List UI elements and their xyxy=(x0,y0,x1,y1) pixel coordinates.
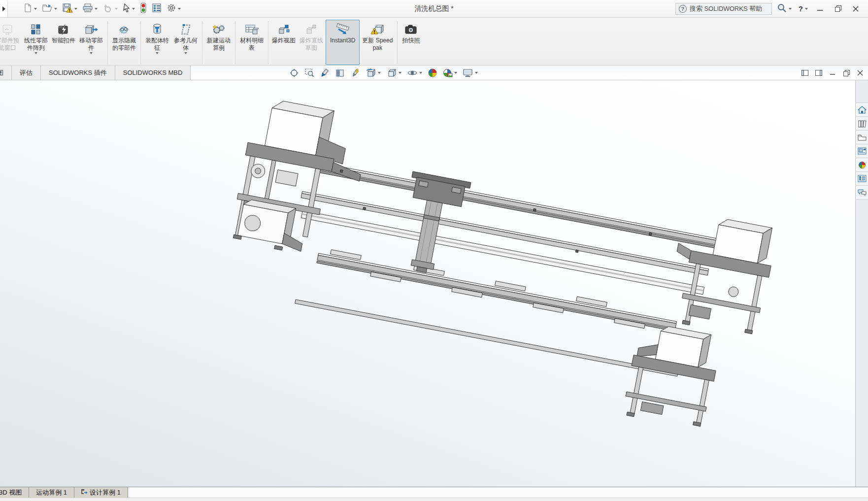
help-button[interactable]: ? xyxy=(797,4,810,13)
tab-sketch[interactable]: 图 xyxy=(0,66,12,80)
minimize-button[interactable] xyxy=(813,2,828,15)
view-settings-button[interactable] xyxy=(462,67,479,79)
tab-design-study-1[interactable]: 设计算例 1 xyxy=(74,487,128,498)
search-input[interactable] xyxy=(690,5,764,12)
select-arrow-icon xyxy=(123,3,131,15)
zoom-to-area-button[interactable] xyxy=(303,67,315,79)
rebuild-button[interactable] xyxy=(138,1,149,17)
smart-fasteners-button[interactable]: 智能扣件 xyxy=(50,20,77,65)
view-orientation-dropdown[interactable] xyxy=(378,72,381,74)
doc-minimize-button[interactable] xyxy=(829,69,836,77)
update-speedpak-button[interactable]: 更新 Speedpak xyxy=(360,20,395,65)
settings-button[interactable] xyxy=(165,1,183,16)
move-component-dropdown[interactable] xyxy=(90,52,93,54)
ribbon-separator xyxy=(107,21,108,64)
search-box[interactable]: ? xyxy=(675,3,772,15)
open-button[interactable] xyxy=(40,1,59,16)
view-orientation-icon xyxy=(366,68,376,78)
explode-line-sketch-button: 爆炸直线草图 xyxy=(297,20,326,65)
custom-properties-icon xyxy=(858,175,867,182)
select-button[interactable] xyxy=(121,1,137,16)
pane-right-button[interactable] xyxy=(815,69,823,77)
instant3d-button[interactable]: Instant3D xyxy=(326,20,360,65)
save-dropdown[interactable] xyxy=(74,8,77,10)
menu-flyout-arrow[interactable] xyxy=(0,0,8,17)
show-hidden-components-button[interactable]: 显示隐藏的零部件 xyxy=(110,20,138,65)
dynamic-annotation-button[interactable] xyxy=(349,67,361,79)
assembly-model-3d[interactable] xyxy=(0,80,868,487)
command-tab-row: 图 评估 SOLIDWORKS 插件 SOLIDWORKS MBD xyxy=(0,66,868,80)
view-palette-tab[interactable] xyxy=(856,144,868,158)
component-preview-window-icon xyxy=(1,22,13,37)
previous-view-button[interactable] xyxy=(319,67,331,79)
design-library-icon xyxy=(858,120,867,128)
tab-evaluate[interactable]: 评估 xyxy=(12,66,41,80)
hide-show-items-icon xyxy=(407,68,418,78)
print-dropdown[interactable] xyxy=(95,8,98,10)
status-bar xyxy=(0,498,868,501)
settings-gear-icon xyxy=(167,3,176,15)
hide-show-items-dropdown[interactable] xyxy=(419,72,422,74)
help-dropdown[interactable] xyxy=(805,8,808,10)
open-icon xyxy=(42,3,53,15)
file-explorer-tab[interactable] xyxy=(856,130,868,144)
doc-close-button[interactable] xyxy=(856,69,864,77)
study-tab-bar: 3D 视图 运动算例 1 设计算例 1 xyxy=(0,487,868,498)
move-component-icon xyxy=(84,22,98,37)
display-style-dropdown[interactable] xyxy=(399,72,401,74)
save-button[interactable] xyxy=(60,1,79,16)
open-dropdown[interactable] xyxy=(54,8,57,10)
pane-left-button[interactable] xyxy=(801,69,809,77)
graphics-viewport[interactable] xyxy=(0,80,868,487)
reference-geometry-button[interactable]: 参考几何体 xyxy=(171,20,200,65)
search-go-button[interactable] xyxy=(775,2,794,16)
apply-scene-dropdown[interactable] xyxy=(454,72,457,74)
close-button[interactable] xyxy=(848,2,863,15)
custom-properties-tab[interactable] xyxy=(856,171,868,186)
assembly-features-dropdown[interactable] xyxy=(156,52,159,54)
new-motion-study-button[interactable]: 新建运动算例 xyxy=(204,20,233,65)
print-button[interactable] xyxy=(80,1,100,16)
solidworks-resources-tab[interactable] xyxy=(856,102,868,117)
doc-restore-button[interactable] xyxy=(842,69,850,77)
section-view-button[interactable] xyxy=(334,67,346,79)
new-document-dropdown[interactable] xyxy=(34,8,37,10)
new-document-button[interactable] xyxy=(21,1,39,16)
apply-scene-button[interactable] xyxy=(442,67,458,79)
tab-solidworks-addins[interactable]: SOLIDWORKS 插件 xyxy=(41,66,115,80)
document-window-controls xyxy=(801,66,864,80)
settings-dropdown[interactable] xyxy=(178,8,181,10)
bill-of-materials-button[interactable]: 材料明细表 xyxy=(237,20,266,65)
view-settings-dropdown[interactable] xyxy=(475,72,478,74)
select-dropdown[interactable] xyxy=(132,8,135,10)
view-orientation-button[interactable] xyxy=(365,67,382,79)
assembly-features-button[interactable]: 装配体特征 xyxy=(143,20,171,65)
zoom-to-fit-button[interactable] xyxy=(288,67,300,79)
new-motion-study-icon xyxy=(212,22,226,37)
edit-appearance-button[interactable] xyxy=(427,67,438,79)
ribbon-separator xyxy=(397,21,398,64)
tab-3d-view[interactable]: 3D 视图 xyxy=(0,487,29,498)
move-component-button[interactable]: 移动零部件 xyxy=(77,20,105,65)
reference-geometry-dropdown[interactable] xyxy=(184,52,187,54)
tab-solidworks-mbd[interactable]: SOLIDWORKS MBD xyxy=(115,66,191,80)
solidworks-forum-tab[interactable] xyxy=(856,185,868,200)
exploded-view-button[interactable]: 爆炸视图 xyxy=(270,20,297,65)
file-explorer-icon xyxy=(858,134,867,141)
update-speedpak-icon xyxy=(370,22,384,37)
appearances-scenes-tab[interactable] xyxy=(856,158,868,172)
restore-button[interactable] xyxy=(831,2,845,15)
take-snapshot-icon xyxy=(404,22,418,37)
tab-motion-study-1[interactable]: 运动算例 1 xyxy=(29,487,74,498)
display-style-button[interactable] xyxy=(385,67,402,79)
edit-appearance-icon xyxy=(428,68,437,78)
instant3d-icon xyxy=(334,22,351,37)
undo-button[interactable] xyxy=(100,1,120,16)
take-snapshot-button[interactable]: 拍快照 xyxy=(400,20,422,65)
options-list-button[interactable] xyxy=(150,1,164,16)
search-dropdown[interactable] xyxy=(789,8,792,10)
design-library-tab[interactable] xyxy=(856,116,868,131)
hide-show-items-button[interactable] xyxy=(406,67,423,79)
linear-component-pattern-button[interactable]: 线性零部件阵列 xyxy=(22,20,50,65)
linear-pattern-dropdown[interactable] xyxy=(34,52,37,54)
